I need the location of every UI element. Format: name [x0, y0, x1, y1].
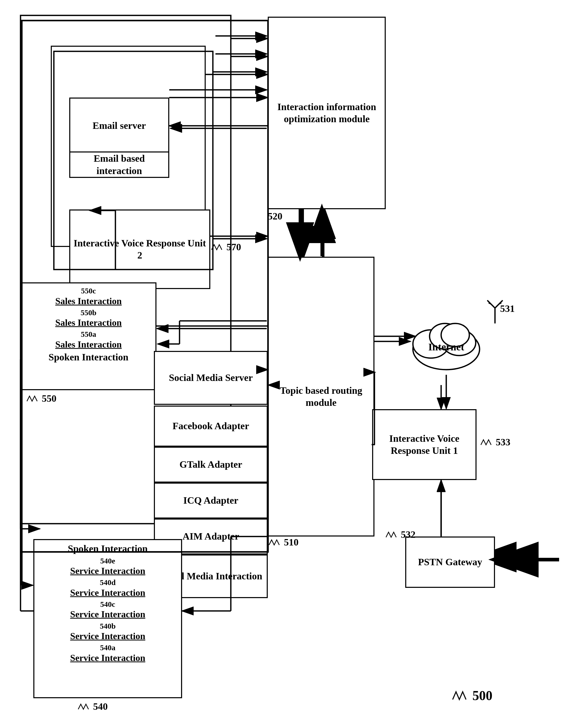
zigzag-550	[26, 394, 40, 403]
ref-520: 520	[268, 211, 282, 222]
sales-550a-ref: 550a	[22, 329, 156, 339]
pstn-gateway-box: PSTN Gateway	[405, 537, 495, 588]
sales-550b-ref: 550b	[22, 308, 156, 318]
ref-540: 540	[93, 701, 108, 712]
ref-550-container: 550	[26, 393, 57, 404]
service-540c-ref: 540c	[34, 599, 181, 609]
service-540d-label: Service Interaction	[34, 587, 181, 598]
ivr2-label: Interactive Voice Response Unit 2	[70, 237, 209, 261]
service-540c-label: Service Interaction	[34, 609, 181, 620]
ref-540-container: 540	[77, 701, 108, 712]
ivr1-label: Interactive Voice Response Unit 1	[373, 433, 475, 457]
gtalk-adapter-box: GTalk Adapter	[154, 447, 268, 483]
sales-group-box: 550c Sales Interaction 550b Sales Intera…	[21, 282, 157, 390]
sales-550b-label: Sales Interaction	[22, 317, 156, 328]
zigzag-532	[385, 530, 399, 539]
ref-510-container: 510	[268, 537, 299, 548]
service-540b-ref: 540b	[34, 621, 181, 631]
optimization-module-box: Interaction information optimization mod…	[268, 17, 386, 209]
service-540a-label: Service Interaction	[34, 653, 181, 664]
zigzag-500	[451, 690, 469, 701]
topic-routing-label: Topic based routing module	[269, 384, 373, 409]
zigzag-510	[268, 538, 282, 547]
ref-531: 531	[500, 303, 515, 314]
zigzag-533	[480, 438, 494, 447]
social-media-server-label: Social Media Server	[169, 372, 252, 384]
ref-570-container: 570	[210, 241, 241, 253]
sales-550c-ref: 550c	[22, 286, 156, 296]
icq-adapter-box: ICQ Adapter	[154, 483, 268, 518]
ref-500: 500	[472, 688, 493, 703]
ivr2-box: Interactive Voice Response Unit 2	[69, 210, 210, 289]
svg-text:Internet: Internet	[428, 341, 465, 353]
ref-532: 532	[401, 529, 415, 540]
service-540e-label: Service Interaction	[34, 566, 181, 576]
facebook-adapter-label: Facebook Adapter	[173, 420, 249, 432]
ref-533-container: 533	[480, 436, 510, 448]
social-media-server-box: Social Media Server	[154, 351, 268, 405]
icq-adapter-label: ICQ Adapter	[183, 495, 238, 507]
ref-533: 533	[496, 436, 510, 448]
pstn-gateway-label: PSTN Gateway	[418, 556, 482, 568]
sales-550c-label: Sales Interaction	[22, 296, 156, 307]
service-540d-ref: 540d	[34, 577, 181, 587]
internet-cloud: Internet	[405, 303, 487, 375]
service-spoken-label: Spoken Interaction	[34, 543, 181, 555]
gtalk-adapter-label: GTalk Adapter	[179, 458, 242, 471]
zigzag-570	[210, 243, 225, 252]
aim-adapter-label: AIM Adapter	[182, 530, 239, 543]
zigzag-540	[77, 702, 91, 711]
sales-spoken-label: Spoken Interaction	[22, 351, 156, 363]
ref-510: 510	[284, 537, 299, 548]
service-540a-ref: 540a	[34, 643, 181, 653]
email-server-label: Email server	[93, 120, 146, 132]
topic-routing-box: Topic based routing module	[268, 257, 374, 537]
optimization-module-label: Interaction information optimization mod…	[269, 101, 385, 125]
facebook-adapter-box: Facebook Adapter	[154, 406, 268, 447]
service-540b-label: Service Interaction	[34, 631, 181, 642]
service-group-box: Spoken Interaction 540e Service Interact…	[33, 539, 182, 698]
ref-570: 570	[227, 241, 241, 253]
ref-500-container: 500	[451, 688, 493, 703]
ivr1-box: Interactive Voice Response Unit 1	[372, 409, 476, 480]
email-based-interaction-box: Email based interaction	[69, 152, 169, 178]
email-based-interaction-label: Email based interaction	[70, 153, 168, 177]
diagram: Interaction information optimization mod…	[0, 0, 575, 728]
ref-532-container: 532	[385, 529, 415, 540]
service-540e-ref: 540e	[34, 556, 181, 566]
email-server-box: Email server	[69, 98, 169, 154]
sales-550a-label: Sales Interaction	[22, 339, 156, 350]
ref-550: 550	[42, 393, 57, 404]
